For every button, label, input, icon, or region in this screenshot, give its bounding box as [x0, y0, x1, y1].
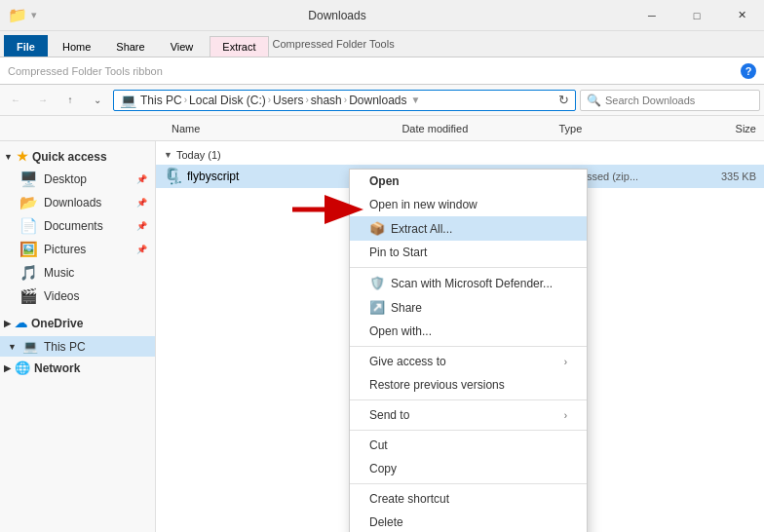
- ctx-extract-all[interactable]: 📦 Extract All...: [350, 216, 587, 241]
- chevron-right-icon: ▶: [4, 319, 11, 328]
- share-icon: ↗️: [369, 300, 385, 315]
- sidebar-quick-access-label: Quick access: [32, 150, 107, 164]
- sidebar-item-pictures[interactable]: 🖼️ Pictures 📌: [0, 238, 155, 261]
- ctx-pin-to-start-label: Pin to Start: [369, 246, 427, 259]
- chevron-right-icon-net: ▶: [4, 363, 11, 373]
- ctx-separator-1: [350, 267, 587, 268]
- group-chevron: ▼: [164, 150, 172, 160]
- maximize-button[interactable]: □: [674, 0, 719, 30]
- forward-button[interactable]: →: [31, 90, 55, 111]
- ctx-separator-5: [350, 483, 587, 484]
- col-header-size[interactable]: Size: [690, 123, 764, 134]
- close-button[interactable]: ✕: [719, 0, 764, 30]
- search-icon: 🔍: [587, 94, 601, 107]
- undo-icon: ▾: [31, 9, 37, 21]
- path-segment-downloads: Downloads: [349, 94, 406, 107]
- main-layout: ▼ ★ Quick access 🖥️ Desktop 📌 📂 Download…: [0, 141, 764, 532]
- sidebar-onedrive-label: OneDrive: [31, 317, 83, 330]
- send-to-arrow: ›: [564, 410, 567, 421]
- network-icon: 🌐: [15, 361, 30, 375]
- col-header-type[interactable]: Type: [551, 123, 689, 134]
- context-menu: Open Open in new window 📦 Extract All...…: [349, 169, 588, 532]
- title-bar: 📁 ▾ Downloads ─ □ ✕: [0, 0, 764, 31]
- search-input[interactable]: [605, 95, 753, 106]
- tab-file[interactable]: File: [4, 35, 48, 57]
- quick-access-star-icon: ★: [17, 149, 28, 164]
- ctx-send-to[interactable]: Send to ›: [350, 403, 587, 427]
- tab-share[interactable]: Share: [103, 35, 157, 57]
- ctx-separator-4: [350, 430, 587, 431]
- tab-home[interactable]: Home: [50, 35, 103, 57]
- ctx-separator-2: [350, 346, 587, 347]
- extract-icon: 📦: [369, 221, 385, 236]
- videos-icon: 🎬: [19, 287, 38, 305]
- search-box[interactable]: 🔍: [580, 90, 760, 111]
- pin-icon-pictures: 📌: [136, 245, 147, 254]
- ctx-create-shortcut-label: Create shortcut: [369, 492, 449, 506]
- arrow-pointer: [287, 190, 365, 232]
- ctx-create-shortcut[interactable]: Create shortcut: [350, 487, 587, 511]
- back-button[interactable]: ←: [4, 90, 27, 111]
- ctx-restore-versions[interactable]: Restore previous versions: [350, 373, 587, 397]
- pin-icon: 📌: [136, 174, 147, 184]
- ctx-open-with[interactable]: Open with...: [350, 320, 587, 343]
- sidebar-section-network[interactable]: ▶ 🌐 Network: [0, 357, 155, 379]
- ctx-share-label: Share: [391, 301, 422, 315]
- tab-view[interactable]: View: [158, 35, 207, 57]
- sidebar-documents-label: Documents: [44, 219, 103, 233]
- ribbon: File Home Share View Extract Compressed …: [0, 31, 764, 85]
- ctx-open-with-label: Open with...: [369, 324, 432, 338]
- sidebar-item-desktop[interactable]: 🖥️ Desktop 📌: [0, 168, 155, 191]
- sidebar-item-downloads[interactable]: 📂 Downloads 📌: [0, 191, 155, 214]
- up-button[interactable]: ↑: [58, 90, 82, 111]
- ctx-scan[interactable]: 🛡️ Scan with Microsoft Defender...: [350, 271, 587, 295]
- ctx-send-to-label: Send to: [369, 408, 409, 422]
- ctx-cut[interactable]: Cut: [350, 434, 587, 457]
- sidebar-item-music[interactable]: 🎵 Music: [0, 261, 155, 285]
- col-header-name[interactable]: Name: [164, 123, 394, 134]
- ctx-give-access-label: Give access to: [369, 355, 446, 368]
- window-title: Downloads: [45, 9, 630, 22]
- sidebar-desktop-label: Desktop: [44, 172, 87, 186]
- col-header-date[interactable]: Date modified: [394, 123, 551, 134]
- music-icon: 🎵: [19, 264, 38, 282]
- ctx-open-new-window[interactable]: Open in new window: [350, 193, 587, 216]
- zip-file-icon: 🗜️: [164, 167, 183, 186]
- ctx-delete[interactable]: Delete: [350, 511, 587, 532]
- pin-icon-documents: 📌: [136, 221, 147, 231]
- file-size: 335 KB: [684, 171, 756, 182]
- pc-icon: 💻: [22, 339, 38, 354]
- minimize-button[interactable]: ─: [630, 0, 674, 30]
- sidebar-item-documents[interactable]: 📄 Documents 📌: [0, 214, 155, 238]
- sidebar-item-this-pc[interactable]: ▼ 💻 This PC: [0, 336, 155, 357]
- help-icon[interactable]: ?: [741, 63, 756, 79]
- sidebar: ▼ ★ Quick access 🖥️ Desktop 📌 📂 Download…: [0, 141, 156, 532]
- sidebar-videos-label: Videos: [44, 289, 79, 303]
- downloads-folder-icon: 📂: [19, 194, 38, 211]
- sidebar-pictures-label: Pictures: [44, 243, 86, 256]
- today-group-header[interactable]: ▼ Today (1): [156, 145, 764, 165]
- sidebar-section-onedrive[interactable]: ▶ ☁ OneDrive: [0, 312, 155, 334]
- pictures-folder-icon: 🖼️: [19, 241, 38, 258]
- path-segment-c: Local Disk (C:): [189, 94, 266, 107]
- ctx-copy[interactable]: Copy: [350, 457, 587, 480]
- sidebar-section-quick-access[interactable]: ▼ ★ Quick access: [0, 145, 155, 168]
- folder-icon: 🖥️: [19, 171, 38, 188]
- sidebar-item-videos[interactable]: 🎬 Videos: [0, 285, 155, 308]
- ctx-extract-all-label: Extract All...: [391, 222, 452, 236]
- refresh-button[interactable]: ↻: [558, 93, 569, 107]
- documents-folder-icon: 📄: [19, 217, 38, 235]
- ctx-pin-to-start[interactable]: Pin to Start: [350, 241, 587, 264]
- ctx-restore-versions-label: Restore previous versions: [369, 378, 505, 392]
- give-access-arrow: ›: [564, 357, 567, 367]
- tab-extract[interactable]: Extract: [210, 36, 268, 57]
- ctx-give-access[interactable]: Give access to ›: [350, 350, 587, 373]
- path-segment-thispc: This PC: [140, 94, 182, 107]
- address-path[interactable]: 💻 This PC › Local Disk (C:) › Users › sh…: [113, 90, 576, 111]
- ctx-share[interactable]: ↗️ Share: [350, 295, 587, 320]
- ribbon-placeholder: Compressed Folder Tools ribbon: [8, 65, 163, 77]
- ctx-open-new-window-label: Open in new window: [369, 198, 478, 211]
- ribbon-content: Compressed Folder Tools ribbon ?: [0, 57, 764, 84]
- ctx-open[interactable]: Open: [350, 170, 587, 193]
- recent-locations-button[interactable]: ⌄: [86, 90, 109, 111]
